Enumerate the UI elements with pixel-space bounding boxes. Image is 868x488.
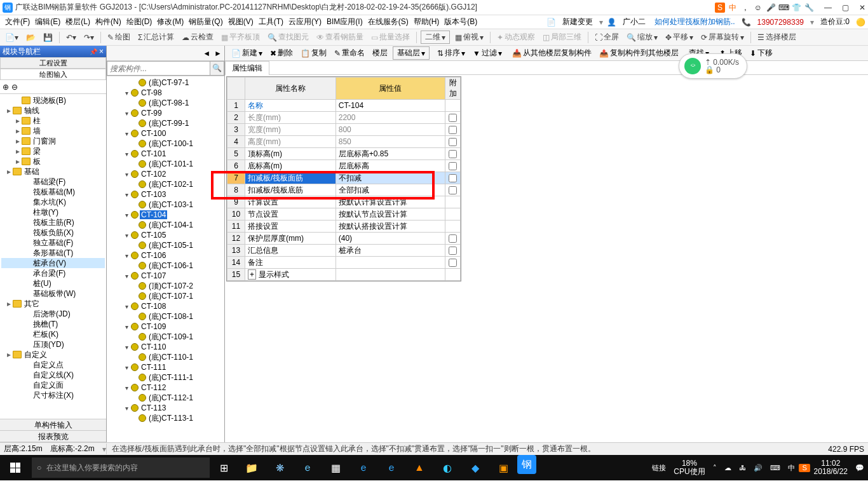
tree-node[interactable]: ▸柱 [1,116,105,126]
rename-button[interactable]: ✎ 重命名 [332,48,367,58]
component-node[interactable]: (底)CT-103-1 [108,200,223,210]
floor-select[interactable]: 基础层 ▾ [393,46,430,60]
draw-button[interactable]: ✎ 绘图 [105,30,133,44]
find-button[interactable]: 🔍 查找图元 [265,30,311,44]
tree-node[interactable]: 现浇板(B) [1,95,105,105]
component-node[interactable]: (底)CT-108-1 [108,311,223,322]
tree-node[interactable]: 桩(U) [1,278,105,288]
component-node[interactable]: ▾CT-100 [108,128,223,139]
batch-button[interactable]: ▭ 批量选择 [369,30,412,44]
save-button[interactable]: 💾 [41,32,55,43]
movedown-button[interactable]: ⬇ 下移 [747,48,775,58]
new-change-icon[interactable]: 📄 [546,18,556,27]
close-button[interactable]: ✕ [859,3,865,12]
collapse-icon[interactable]: ⊖ [11,83,18,92]
property-row[interactable]: 2长度(mm)2200 [227,112,461,124]
menu-item[interactable]: 绘图(D) [124,16,155,27]
tree-node[interactable]: 筏板主筋(R) [1,217,105,227]
tree-node[interactable]: 基础梁(F) [1,177,105,187]
tree-node[interactable]: ▸墙 [1,126,105,136]
menu-item[interactable]: 钢筋量(Q) [186,16,225,27]
new-file-button[interactable]: 📄▾ [3,32,21,43]
tree-node[interactable]: 压顶(YD) [1,339,105,349]
menu-item[interactable]: 视图(V) [226,16,256,27]
component-node[interactable]: (顶)CT-107-2 [108,281,223,291]
skin-icon[interactable]: 👕 [791,3,801,13]
component-node[interactable]: ▾CT-105 [108,230,223,240]
menu-newchange[interactable]: 新建变更 [560,15,595,29]
component-node[interactable]: ▾CT-109 [108,322,223,332]
component-node[interactable]: (底)CT-110-1 [108,352,223,362]
component-node[interactable]: ▾CT-107 [108,271,223,281]
tree-node[interactable]: ▸门窗洞 [1,136,105,146]
tray-cpu[interactable]: 18%CPU使用 [670,459,709,476]
search-input[interactable] [107,61,210,76]
ie-icon[interactable]: ｅ [294,455,322,480]
component-node[interactable]: ▾CT-99 [108,108,223,118]
zoom-button[interactable]: 🔍 缩放 ▾ [624,30,660,44]
pin-icon[interactable]: 📌 [90,48,97,55]
property-row[interactable]: 6底标高(m)层底标高 [227,160,461,172]
component-tree[interactable]: (底)CT-97-1▾CT-98(底)CT-98-1▾CT-99(底)CT-99… [107,76,224,442]
dynamic-button[interactable]: ✦ 动态观察 [494,30,538,44]
menu-item[interactable]: 版本号(B) [442,16,480,27]
ie2-icon[interactable]: ｅ [377,455,405,480]
phone-number[interactable]: 13907298339 [755,17,806,28]
tray-link[interactable]: 链接 [648,464,670,472]
component-node[interactable]: (底)CT-112-1 [108,393,223,403]
tree-node[interactable]: 独立基础(F) [1,238,105,248]
rotate-button[interactable]: ⟳ 屏幕旋转 ▾ [698,30,747,44]
property-row[interactable]: 5顶标高(m)层底标高+0.85 [227,148,461,160]
pan-button[interactable]: ✥ 平移 ▾ [663,30,696,44]
flat-button[interactable]: ▦ 平齐板顶 [219,30,262,44]
tree-node[interactable]: 筏板基础(M) [1,187,105,197]
tree-node[interactable]: ▸梁 [1,146,105,156]
tree-node[interactable]: 承台梁(F) [1,268,105,278]
tray-cloud-icon[interactable]: ☁ [721,464,735,472]
property-row[interactable]: 15+显示样式 [227,269,461,281]
tree-node[interactable]: 尺寸标注(X) [1,390,105,400]
viewsteel-button[interactable]: 👁 查看钢筋量 [314,30,366,44]
tree-node[interactable]: 自定义面 [1,380,105,390]
filter-button[interactable]: ▼ 过滤 ▾ [470,48,505,58]
tree-node[interactable]: ▸基础 [1,166,105,177]
property-row[interactable]: 3宽度(mm)800 [227,124,461,136]
tree-node[interactable]: ▸其它 [1,299,105,309]
menu-item[interactable]: 修改(M) [154,16,186,27]
component-node[interactable]: (底)CT-105-1 [108,240,223,250]
cloud-check-button[interactable]: ☁ 云检查 [179,30,216,44]
app-icon-1[interactable]: 📁 [238,455,266,480]
expand-icon[interactable]: ⊕ [3,83,9,92]
user-name[interactable]: 广小二 [620,15,648,29]
left-arrow-icon[interactable]: ◄ [203,49,210,58]
fullscreen-button[interactable]: ⛶ 全屏 [592,30,621,44]
edge-icon[interactable]: ｅ [349,455,377,480]
property-row[interactable]: 14备注 [227,257,461,269]
copyto-button[interactable]: 📤 复制构件到其他楼层 [597,48,681,58]
tab-draw[interactable]: 绘图输入 [0,69,106,79]
app-icon-5[interactable]: ◐ [433,455,461,480]
open-file-button[interactable]: 📂 [24,32,38,43]
tree-node[interactable]: 自定义线(X) [1,370,105,380]
tray-keyboard-icon[interactable]: ⌨ [766,464,784,472]
property-row[interactable]: 11搭接设置按默认搭接设置计算 [227,220,461,233]
component-node[interactable]: ▾CT-112 [108,383,223,393]
property-row[interactable]: 1名称CT-104 [227,100,461,112]
tray-vol-icon[interactable]: 🔊 [750,464,766,472]
menu-item[interactable]: 帮助(H) [411,16,442,27]
menu-item[interactable]: 云应用(Y) [286,16,324,27]
tree-node[interactable]: ▸自定义 [1,349,105,360]
property-row[interactable]: 10节点设置按默认节点设置计算 [227,208,461,220]
tree-node[interactable]: 筏板负筋(X) [1,227,105,238]
tray-clock[interactable]: 11:022018/6/22 [810,459,851,476]
delete-button[interactable]: ✖ 删除 [268,48,295,58]
component-node[interactable]: ▾CT-104 [108,210,223,220]
component-node[interactable]: (底)CT-113-1 [108,413,223,423]
menu-item[interactable]: BIM应用(I) [324,16,365,27]
local3d-button[interactable]: ◫ 局部三维 [540,30,584,44]
tab-single[interactable]: 单构件输入 [0,419,106,431]
search-button[interactable]: 🔍 [210,61,224,76]
component-node[interactable]: (底)CT-99-1 [108,118,223,128]
tree-node[interactable]: 后浇带(JD) [1,309,105,319]
mic-icon[interactable]: 🎤 [766,3,776,13]
